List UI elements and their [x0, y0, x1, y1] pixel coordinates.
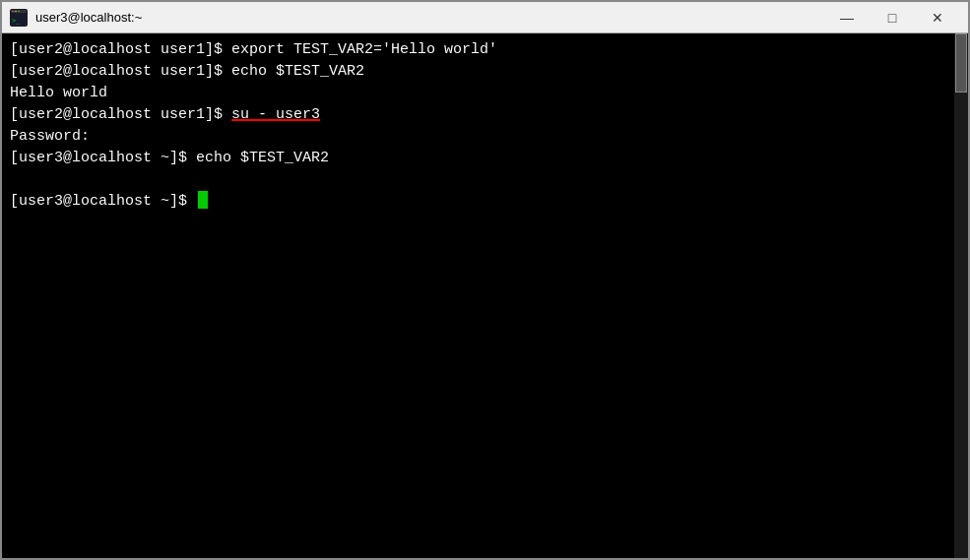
maximize-button[interactable]: □ — [870, 2, 915, 33]
terminal-output: Hello world — [10, 83, 960, 104]
terminal-icon: >_ — [10, 9, 28, 27]
svg-point-2 — [12, 10, 14, 12]
terminal-line: [user2@localhost user1]$ export TEST_VAR… — [10, 39, 960, 61]
terminal-window: >_ user3@localhost:~ — □ ✕ [user2@localh… — [0, 0, 970, 560]
terminal-body[interactable]: [user2@localhost user1]$ export TEST_VAR… — [2, 33, 968, 558]
title-bar: >_ user3@localhost:~ — □ ✕ — [2, 2, 968, 33]
svg-text:>_: >_ — [12, 17, 21, 25]
command-text-underlined: su - user3 — [231, 106, 320, 123]
prompt: [user2@localhost user1]$ — [10, 41, 231, 58]
terminal-line: [user3@localhost ~]$ echo $TEST_VAR2 — [10, 148, 960, 169]
output-text — [10, 171, 19, 188]
prompt: [user2@localhost user1]$ — [10, 106, 231, 123]
terminal-current-line: [user3@localhost ~]$ — [10, 191, 960, 213]
close-button[interactable]: ✕ — [915, 2, 960, 33]
output-text: Password: — [10, 128, 90, 145]
command-text: export TEST_VAR2='Hello world' — [231, 41, 497, 58]
command-text: echo $TEST_VAR2 — [196, 150, 329, 166]
terminal-cursor — [198, 191, 208, 209]
svg-point-4 — [18, 10, 20, 12]
terminal-output — [10, 169, 960, 191]
command-text: echo $TEST_VAR2 — [231, 63, 364, 80]
prompt: [user3@localhost ~]$ — [10, 193, 196, 210]
prompt: [user2@localhost user1]$ — [10, 63, 231, 80]
window-title: user3@localhost:~ — [35, 10, 824, 25]
minimize-button[interactable]: — — [824, 2, 870, 33]
terminal-line: [user2@localhost user1]$ su - user3 — [10, 104, 960, 126]
scrollbar-thumb[interactable] — [955, 33, 967, 93]
window-controls: — □ ✕ — [824, 2, 960, 33]
terminal-line: [user2@localhost user1]$ echo $TEST_VAR2 — [10, 61, 960, 83]
terminal-output: Password: — [10, 126, 960, 148]
output-text: Hello world — [10, 85, 107, 101]
prompt: [user3@localhost ~]$ — [10, 150, 196, 166]
svg-point-3 — [15, 10, 17, 12]
scrollbar[interactable] — [954, 33, 968, 558]
